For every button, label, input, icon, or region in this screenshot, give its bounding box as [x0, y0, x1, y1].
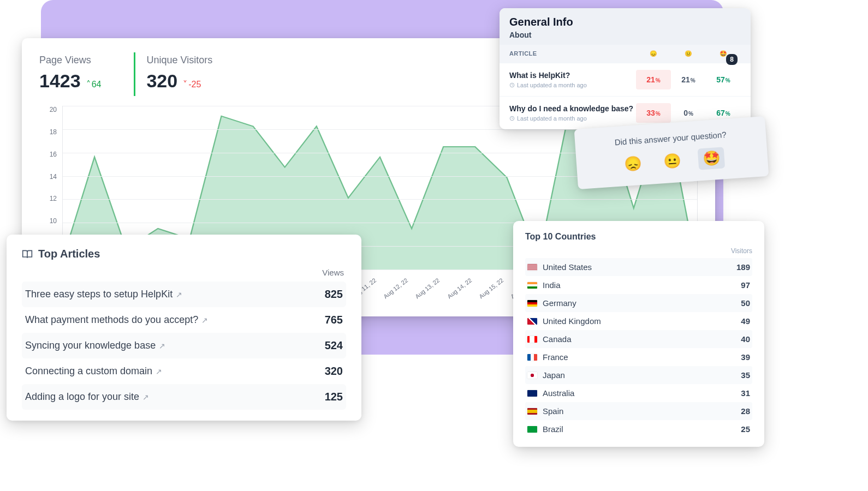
- country-name: United Kingdom: [543, 316, 601, 326]
- table-row[interactable]: Adding a logo for your site↗125: [22, 384, 346, 410]
- clock-icon: [509, 82, 515, 88]
- article-views: 524: [325, 339, 343, 352]
- external-link-icon: ↗: [201, 316, 208, 325]
- metric-label: Unique Visitors: [146, 55, 212, 66]
- delta-up: ˄ 64: [86, 79, 102, 89]
- table-row[interactable]: Germany50: [525, 294, 752, 312]
- table-row[interactable]: United Kingdom49: [525, 312, 752, 330]
- metric-value: 1423: [39, 70, 81, 92]
- article-subtitle: Last updated a month ago: [509, 82, 636, 88]
- flag-icon: [527, 408, 537, 415]
- top-articles-title: Top Articles: [38, 248, 100, 260]
- table-row[interactable]: Canada40: [525, 330, 752, 348]
- table-row[interactable]: Australia31: [525, 384, 752, 402]
- views-header: Views: [22, 268, 346, 277]
- clock-icon: [509, 116, 515, 121]
- table-row[interactable]: Brazil25: [525, 420, 752, 438]
- flag-icon: [527, 300, 537, 307]
- table-row[interactable]: United States189: [525, 258, 752, 276]
- country-list: United States189India97Germany50United K…: [525, 258, 752, 438]
- table-row[interactable]: Spain28: [525, 402, 752, 420]
- metric-value: 320: [146, 70, 177, 92]
- external-link-icon: ↗: [176, 290, 182, 299]
- article-list: Three easy steps to setup HelpKit↗825Wha…: [22, 282, 346, 410]
- percent-cell: 33%: [636, 103, 671, 123]
- country-name: Spain: [543, 406, 563, 416]
- article-title: Why do I need a knowledge base?: [509, 104, 636, 113]
- caret-up-icon: ˄: [86, 79, 91, 89]
- table-row[interactable]: Japan35: [525, 366, 752, 384]
- country-visitors: 50: [741, 298, 750, 308]
- metric-unique-visitors[interactable]: Unique Visitors 320 ˅ -25: [134, 52, 223, 96]
- general-info-title: General Info: [509, 16, 741, 28]
- caret-down-icon: ˅: [183, 79, 187, 89]
- flag-icon: [527, 372, 537, 379]
- country-name: Australia: [543, 388, 574, 398]
- feedback-mid-button[interactable]: 😐: [658, 149, 686, 172]
- book-icon: [22, 249, 33, 260]
- flag-icon: [527, 318, 537, 325]
- emoji-mid-header: 😐: [671, 50, 706, 57]
- percent-cell: 0%: [671, 103, 706, 123]
- feedback-question: Did this answer your question?: [587, 128, 754, 148]
- table-row[interactable]: Connecting a custom domain↗320: [22, 358, 346, 384]
- external-link-icon: ↗: [142, 393, 149, 402]
- table-row[interactable]: What is HelpKit?Last updated a month ago…: [500, 63, 751, 96]
- flag-icon: [527, 282, 537, 289]
- delta-down: ˅ -25: [183, 79, 201, 89]
- country-name: Brazil: [543, 424, 563, 434]
- flag-icon: [527, 354, 537, 361]
- article-views: 825: [325, 288, 343, 301]
- article-link[interactable]: Syncing your knowledge base↗: [25, 340, 165, 351]
- countries-title: Top 10 Countries: [525, 232, 752, 242]
- feedback-neg-button[interactable]: 😞: [619, 152, 647, 175]
- country-visitors: 97: [741, 280, 750, 290]
- general-info-table-header: ARTICLE 😞 😐 🤩: [500, 45, 751, 63]
- article-link[interactable]: Connecting a custom domain↗: [25, 366, 162, 377]
- country-visitors: 39: [741, 352, 750, 362]
- country-visitors: 31: [741, 388, 750, 398]
- external-link-icon: ↗: [156, 367, 162, 376]
- table-row[interactable]: What payment methods do you accept?↗765: [22, 307, 346, 333]
- emoji-neg-header: 😞: [636, 50, 671, 57]
- table-row[interactable]: India97: [525, 276, 752, 294]
- visitors-header: Visitors: [525, 247, 752, 255]
- percent-cell: 57%: [706, 70, 741, 89]
- country-name: United States: [543, 262, 592, 272]
- table-row[interactable]: France39: [525, 348, 752, 366]
- article-views: 125: [325, 391, 343, 403]
- percent-cell: 21%: [636, 70, 671, 89]
- flag-icon: [527, 336, 537, 343]
- table-row[interactable]: Three easy steps to setup HelpKit↗825: [22, 282, 346, 307]
- general-info-about: About: [509, 31, 741, 39]
- general-info-card: General Info About ARTICLE 😞 😐 🤩 What is…: [500, 8, 751, 129]
- feedback-card: Did this answer your question? 😞 😐 🤩: [574, 116, 769, 189]
- country-visitors: 28: [741, 406, 750, 416]
- country-visitors: 25: [741, 424, 750, 434]
- countries-card: Top 10 Countries Visitors United States1…: [513, 221, 764, 447]
- metric-page-views[interactable]: Page Views 1423 ˄ 64: [39, 52, 112, 96]
- article-views: 765: [325, 314, 343, 326]
- article-subtitle: Last updated a month ago: [509, 115, 636, 122]
- feedback-emoji-row: 😞 😐 🤩: [588, 145, 756, 177]
- table-row[interactable]: Syncing your knowledge base↗524: [22, 333, 346, 358]
- country-name: Japan: [543, 370, 565, 380]
- top-articles-card: Top Articles Views Three easy steps to s…: [7, 235, 361, 421]
- country-visitors: 40: [741, 334, 750, 344]
- country-name: France: [543, 352, 568, 362]
- percent-cell: 21%: [671, 70, 706, 89]
- external-link-icon: ↗: [159, 342, 165, 350]
- country-visitors: 35: [741, 370, 750, 380]
- count-tooltip: 8: [726, 54, 738, 65]
- feedback-pos-button[interactable]: 🤩: [698, 147, 726, 170]
- article-views: 320: [325, 365, 343, 378]
- country-name: Canada: [543, 334, 572, 344]
- country-name: India: [543, 280, 561, 290]
- article-link[interactable]: What payment methods do you accept?↗: [25, 314, 208, 326]
- flag-icon: [527, 426, 537, 433]
- country-visitors: 189: [736, 262, 750, 272]
- metric-label: Page Views: [39, 55, 101, 66]
- article-link[interactable]: Adding a logo for your site↗: [25, 391, 149, 403]
- article-title: What is HelpKit?: [509, 71, 636, 80]
- article-link[interactable]: Three easy steps to setup HelpKit↗: [25, 289, 182, 300]
